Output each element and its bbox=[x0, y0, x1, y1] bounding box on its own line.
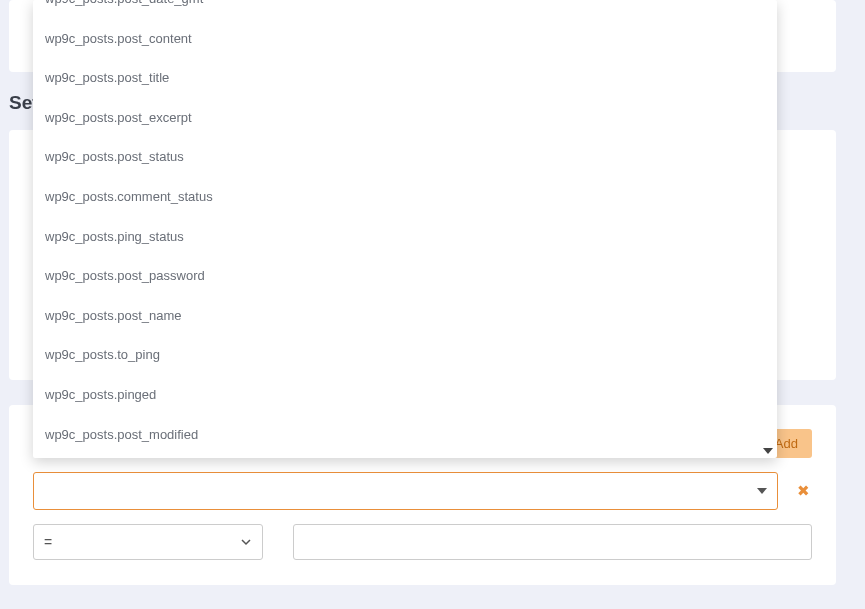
dropdown-resize-icon bbox=[763, 448, 773, 454]
dropdown-item[interactable]: wp9c_posts.post_password bbox=[33, 256, 777, 296]
column-dropdown: wp9c_posts.post_date_gmt wp9c_posts.post… bbox=[33, 0, 777, 458]
dropdown-item[interactable]: wp9c_posts.post_excerpt bbox=[33, 98, 777, 138]
dropdown-item[interactable]: wp9c_posts.post_name bbox=[33, 296, 777, 336]
chevron-down-icon bbox=[757, 488, 767, 494]
operator-select[interactable]: = bbox=[33, 524, 263, 560]
value-input[interactable] bbox=[293, 524, 812, 560]
dropdown-item[interactable]: wp9c_posts.post_title bbox=[33, 58, 777, 98]
dropdown-item[interactable]: wp9c_posts.post_modified bbox=[33, 415, 777, 455]
dropdown-item[interactable]: wp9c_posts.post_date_gmt bbox=[33, 0, 777, 19]
dropdown-item[interactable]: wp9c_posts.post_status bbox=[33, 137, 777, 177]
remove-icon[interactable]: ✖ bbox=[794, 482, 812, 500]
dropdown-item[interactable]: wp9c_posts.ping_status bbox=[33, 217, 777, 257]
main-field-row: ✖ bbox=[33, 472, 812, 510]
dropdown-item[interactable]: wp9c_posts.post_content bbox=[33, 19, 777, 59]
dropdown-scroll[interactable]: wp9c_posts.post_date_gmt wp9c_posts.post… bbox=[33, 0, 777, 458]
operator-value-row: = bbox=[33, 524, 812, 560]
column-select[interactable] bbox=[33, 472, 778, 510]
dropdown-item[interactable]: wp9c_posts.comment_status bbox=[33, 177, 777, 217]
dropdown-overflow-spacer bbox=[33, 454, 777, 458]
dropdown-item[interactable]: wp9c_posts.to_ping bbox=[33, 335, 777, 375]
dropdown-item[interactable]: wp9c_posts.pinged bbox=[33, 375, 777, 415]
